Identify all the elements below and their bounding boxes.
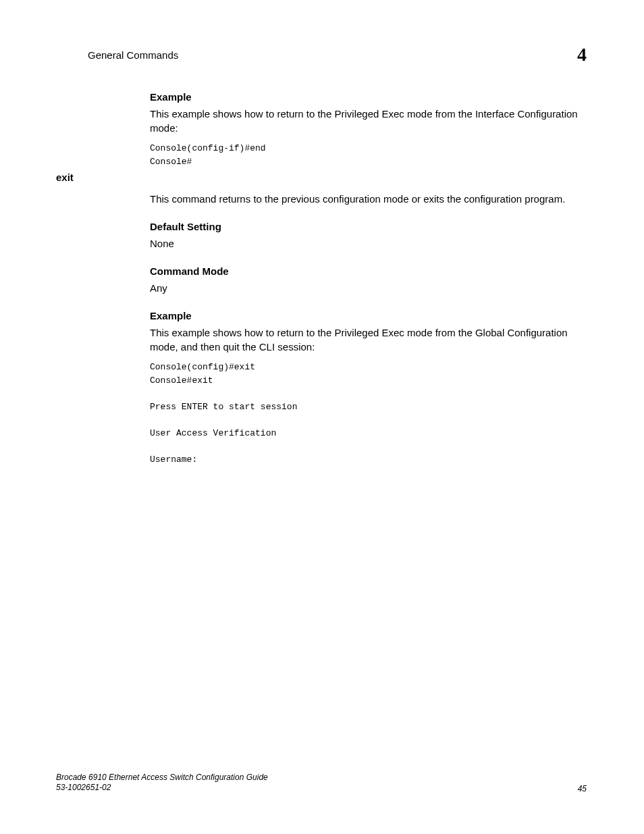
example-code-2: Console(config)#exit Console#exit Press … <box>150 361 587 466</box>
footer-page-number: 45 <box>578 784 587 793</box>
footer-left: Brocade 6910 Ethernet Access Switch Conf… <box>56 773 268 793</box>
header-title: General Commands <box>88 49 178 61</box>
example-heading-2: Example <box>150 310 587 321</box>
command-mode-value: Any <box>150 281 587 295</box>
example-code-1: Console(config-if)#end Console# <box>150 142 587 168</box>
exit-side-heading: exit <box>56 172 74 183</box>
page-header: General Commands 4 <box>88 44 587 66</box>
example-section-1: Example This example shows how to return… <box>150 91 587 168</box>
example-heading-1: Example <box>150 91 587 103</box>
chapter-number: 4 <box>577 44 587 66</box>
default-setting-heading: Default Setting <box>150 221 587 232</box>
example-text-1: This example shows how to return to the … <box>150 107 587 135</box>
example-text-2: This example shows how to return to the … <box>150 325 587 354</box>
example-section-2: Example This example shows how to return… <box>150 310 587 466</box>
command-mode-section: Command Mode Any <box>150 265 587 295</box>
footer-doc-number: 53-1002651-02 <box>56 783 268 793</box>
content-body: Example This example shows how to return… <box>150 91 587 481</box>
default-setting-section: Default Setting None <box>150 221 587 251</box>
exit-description: This command returns to the previous con… <box>150 192 587 206</box>
exit-description-text: This command returns to the previous con… <box>150 192 587 206</box>
page-footer: Brocade 6910 Ethernet Access Switch Conf… <box>56 773 587 793</box>
footer-guide-title: Brocade 6910 Ethernet Access Switch Conf… <box>56 773 268 783</box>
default-setting-value: None <box>150 236 587 251</box>
command-mode-heading: Command Mode <box>150 265 587 277</box>
